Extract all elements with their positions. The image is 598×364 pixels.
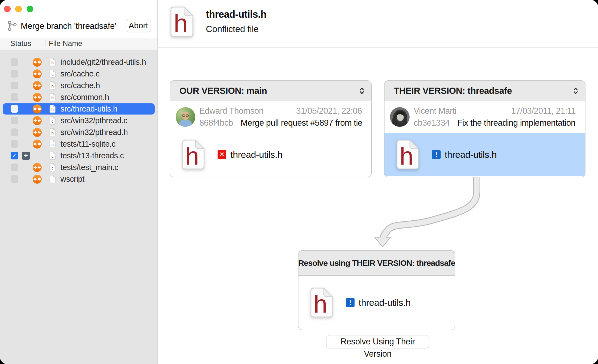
app-window: Merge branch 'threadsafe' Abort Status F… — [0, 0, 598, 364]
file-row[interactable]: c src/cache.c — [0, 68, 157, 80]
commit-date: 31/05/2021, 22:06 — [296, 106, 362, 116]
their-version-card: THEIR VERSION: threadsafe — [384, 80, 585, 177]
resolve-header: Resolve using THEIR VERSION: threadsafe — [298, 251, 455, 276]
file-name: wscript — [60, 173, 84, 185]
warning-badge-icon: ! — [346, 298, 355, 307]
file-row[interactable]: ✓ + c tests/t13-threads.c — [0, 150, 157, 162]
version-selector-chevron-icon[interactable] — [359, 87, 365, 95]
traffic-light-zoom-icon[interactable] — [27, 6, 33, 12]
file-name: src/cache.h — [60, 80, 100, 91]
file-name: src/win32/pthread.h — [60, 127, 128, 138]
file-type-letter: h — [51, 107, 54, 112]
status-column-header[interactable]: Status — [10, 38, 31, 49]
warning-badge-icon: ! — [432, 150, 441, 159]
file-checkbox[interactable] — [11, 58, 18, 66]
our-version-header: OUR VERSION: main — [170, 81, 371, 101]
file-row[interactable]: c tests/test_main.c — [0, 162, 157, 173]
file-name: src/win32/pthread.c — [60, 115, 127, 127]
svg-text:h: h — [174, 10, 188, 37]
conflict-status-icon — [33, 116, 42, 125]
our-commit-row[interactable]: Edward Thomson 31/05/2021, 22:06 868f4bc… — [170, 101, 371, 133]
file-header-icon: h — [169, 5, 194, 38]
file-checkbox[interactable] — [11, 164, 18, 171]
file-row[interactable]: h include/git2/thread-utils.h — [0, 56, 157, 68]
file-type-letter: h — [51, 84, 54, 88]
file-type-letter: c — [51, 119, 54, 124]
file-type-icon: h — [49, 81, 56, 90]
file-icon: h — [309, 286, 334, 319]
file-row[interactable]: wscript — [0, 173, 157, 185]
file-row[interactable]: h src/thread-utils.h — [0, 103, 157, 115]
commit-date: 17/03/2011, 21:11 — [511, 106, 576, 116]
merge-operation-title: Merge branch 'threadsafe' — [21, 20, 116, 32]
conflict-status-icon — [33, 163, 42, 172]
main-panel: h thread-utils.h Conflicted file OUR VER… — [158, 0, 598, 364]
file-checkbox[interactable]: ✓ — [11, 152, 18, 159]
file-checkbox[interactable] — [11, 175, 18, 183]
abort-button[interactable]: Abort — [126, 19, 151, 32]
file-checkbox[interactable] — [11, 93, 18, 101]
file-checkbox[interactable] — [11, 105, 18, 113]
file-checkbox[interactable] — [11, 82, 18, 89]
file-name: tests/t11-sqlite.c — [60, 138, 115, 150]
file-type-letter: c — [51, 154, 54, 159]
file-type-icon: c — [49, 140, 56, 148]
resolve-using-their-version-button[interactable]: Resolve Using Their Version — [326, 335, 429, 348]
file-entry-name: thread-utils.h — [359, 297, 411, 308]
column-headers: Status File Name — [0, 38, 157, 49]
commit-hash: 868f4bcb — [199, 118, 233, 128]
file-type-letter: h — [51, 131, 54, 135]
git-merge-icon — [7, 20, 18, 32]
column-divider[interactable] — [45, 40, 46, 47]
conflict-status-icon — [33, 58, 42, 67]
titlebar — [0, 0, 157, 19]
their-commit-row[interactable]: Vicent Marti 17/03/2011, 21:11 cb3e1334 … — [385, 101, 585, 133]
conflict-status-icon — [33, 69, 42, 78]
file-checkbox[interactable] — [11, 140, 18, 148]
file-checkbox[interactable] — [11, 70, 18, 78]
page-title: thread-utils.h — [206, 9, 266, 20]
traffic-light-close-icon[interactable] — [4, 6, 11, 12]
version-selector-chevron-icon[interactable] — [572, 87, 579, 95]
their-version-header: THEIR VERSION: threadsafe — [385, 81, 585, 101]
our-file-entry[interactable]: h ✕ thread-utils.h — [170, 133, 371, 176]
commit-message: Fix the threading implementation — [457, 118, 575, 128]
file-type-icon: c — [49, 69, 56, 78]
file-name: src/thread-utils.h — [60, 103, 117, 115]
conflict-status-icon — [33, 104, 42, 113]
file-row[interactable]: h src/win32/pthread.h — [0, 127, 157, 138]
file-row[interactable]: h src/cache.h — [0, 80, 157, 91]
file-row[interactable]: c src/win32/pthread.c — [0, 115, 157, 127]
conflict-badge-icon: ✕ — [218, 150, 226, 159]
our-version-card: OUR VERSION: main — [170, 80, 372, 177]
commit-message: Merge pull request #5897 from tien... — [241, 118, 362, 128]
header-divider — [158, 47, 598, 48]
file-type-letter: h — [51, 60, 54, 65]
svg-text:h: h — [185, 143, 199, 170]
file-type-icon — [49, 175, 56, 183]
file-checkbox[interactable] — [11, 117, 18, 124]
file-type-icon: c — [49, 163, 56, 172]
resolve-card: Resolve using THEIR VERSION: threadsafe … — [298, 250, 455, 330]
file-entry-name: thread-utils.h — [445, 149, 497, 160]
avatar — [176, 107, 195, 127]
conflict-status-icon — [33, 128, 42, 137]
filename-column-header[interactable]: File Name — [49, 38, 82, 49]
file-entry-name: thread-utils.h — [230, 149, 282, 160]
file-checkbox[interactable] — [11, 128, 18, 136]
their-file-entry[interactable]: h ! thread-utils.h — [385, 133, 585, 176]
file-type-icon: h — [49, 104, 56, 113]
conflict-status-icon — [33, 81, 42, 90]
file-type-letter: c — [51, 142, 54, 147]
file-type-letter: c — [51, 72, 54, 77]
file-list: h include/git2/thread-utils.h c src/c — [0, 50, 157, 364]
svg-text:h: h — [314, 291, 327, 318]
file-row[interactable]: h src/common.h — [0, 91, 157, 103]
file-icon: h — [181, 138, 206, 171]
commit-author: Edward Thomson — [199, 106, 263, 116]
file-type-letter: h — [51, 95, 54, 100]
conflict-status-icon — [33, 175, 42, 184]
traffic-light-minimize-icon[interactable] — [15, 6, 22, 12]
file-name: src/cache.c — [60, 68, 99, 80]
file-row[interactable]: c tests/t11-sqlite.c — [0, 138, 157, 150]
